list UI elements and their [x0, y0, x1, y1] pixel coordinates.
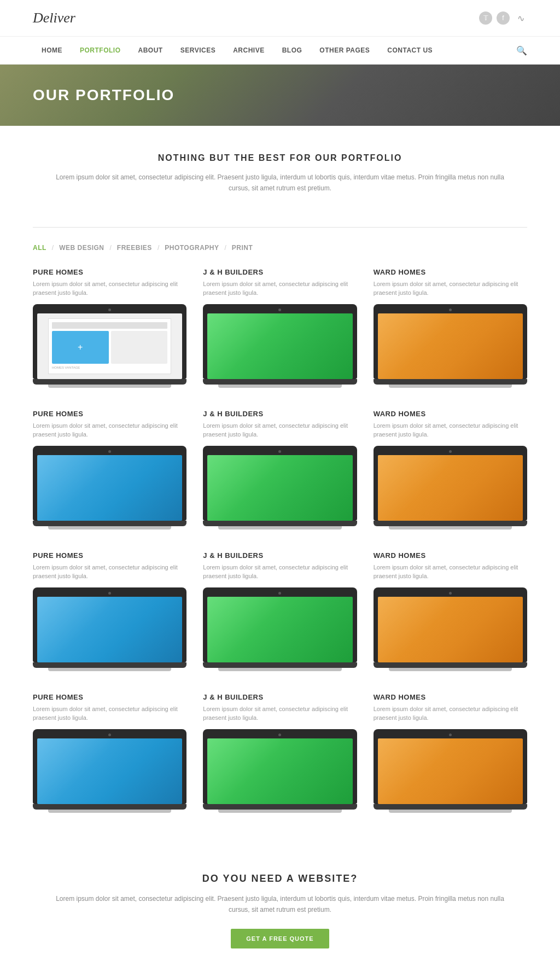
portfolio-intro-desc: Lorem ipsum dolor sit amet, consectetur …: [55, 172, 505, 194]
portfolio-intro: NOTHING BUT THE BEST FOR OUR PORTFOLIO L…: [0, 126, 560, 211]
item-title: WARD HOMES: [374, 268, 527, 276]
item-desc: Lorem ipsum dolor sit amet, consectetur …: [374, 280, 527, 298]
laptop-base: [389, 526, 512, 529]
laptop-mockup[interactable]: [203, 587, 357, 671]
laptop-bottom: [374, 662, 527, 668]
item-title: J & H BUILDERS: [203, 693, 357, 701]
laptop-bottom: [33, 804, 186, 810]
laptop-bottom: [203, 521, 357, 526]
camera-dot: [278, 450, 281, 453]
item-desc: Lorem ipsum dolor sit amet, consectetur …: [33, 280, 186, 298]
laptop-base: [389, 810, 512, 813]
laptop-bottom: [203, 662, 357, 668]
laptop-mockup[interactable]: + HOMES VANTAGE: [33, 304, 186, 388]
portfolio-row: PURE HOMES Lorem ipsum dolor sit amet, c…: [33, 693, 527, 813]
filter-photography[interactable]: PHOTOGRAPHY: [165, 244, 219, 252]
laptop-screen: [378, 455, 523, 521]
camera-dot: [278, 309, 281, 311]
laptop-mockup[interactable]: [203, 304, 357, 388]
portfolio-grid: PURE HOMES Lorem ipsum dolor sit amet, c…: [0, 263, 560, 840]
item-title: J & H BUILDERS: [203, 551, 357, 560]
item-title: J & H BUILDERS: [203, 268, 357, 276]
item-title: J & H BUILDERS: [203, 410, 357, 418]
twitter-icon[interactable]: 𝕋: [479, 11, 492, 25]
nav-blog[interactable]: BLOG: [273, 37, 311, 64]
item-title: PURE HOMES: [33, 410, 186, 418]
item-title: PURE HOMES: [33, 551, 186, 560]
list-item: WARD HOMES Lorem ipsum dolor sit amet, c…: [374, 693, 527, 813]
item-desc: Lorem ipsum dolor sit amet, consectetur …: [374, 705, 527, 723]
laptop-base: [48, 810, 171, 813]
cta-section: DO YOU NEED A WEBSITE? Lorem ipsum dolor…: [0, 840, 560, 972]
laptop-mockup[interactable]: [203, 446, 357, 529]
cta-button[interactable]: GET A FREE QUOTE: [231, 929, 329, 948]
laptop-screen: [207, 738, 352, 804]
item-desc: Lorem ipsum dolor sit amet, consectetur …: [203, 280, 357, 298]
laptop-base: [48, 668, 171, 671]
laptop-base: [218, 526, 341, 529]
item-desc: Lorem ipsum dolor sit amet, consectetur …: [33, 705, 186, 723]
facebook-icon[interactable]: f: [497, 11, 510, 25]
divider: [33, 227, 527, 228]
laptop-screen: [207, 455, 352, 521]
nav-other-pages[interactable]: OTHER PAGES: [311, 37, 378, 64]
list-item: J & H BUILDERS Lorem ipsum dolor sit ame…: [203, 693, 357, 813]
item-title: PURE HOMES: [33, 268, 186, 276]
laptop-mockup[interactable]: [374, 446, 527, 529]
item-title: WARD HOMES: [374, 693, 527, 701]
site-logo: Deliver: [33, 10, 75, 26]
item-title: WARD HOMES: [374, 410, 527, 418]
camera-dot: [278, 592, 281, 595]
item-desc: Lorem ipsum dolor sit amet, consectetur …: [33, 421, 186, 439]
filter-webdesign[interactable]: WEB DESIGN: [59, 244, 104, 252]
search-icon[interactable]: 🔍: [516, 45, 527, 56]
item-desc: Lorem ipsum dolor sit amet, consectetur …: [203, 705, 357, 723]
laptop-bottom: [374, 379, 527, 385]
nav-about[interactable]: ABOUT: [130, 37, 172, 64]
cta-title: DO YOU NEED A WEBSITE?: [55, 873, 505, 884]
laptop-screen: [37, 738, 182, 804]
site-header: Deliver 𝕋 f ∿: [0, 0, 560, 37]
camera-dot: [449, 592, 452, 595]
nav-portfolio[interactable]: PORTFOLIO: [71, 37, 130, 64]
laptop-mockup[interactable]: [33, 587, 186, 671]
laptop-mockup[interactable]: [203, 729, 357, 813]
nav-services[interactable]: SERVICES: [172, 37, 224, 64]
laptop-screen: [378, 313, 523, 379]
laptop-screen: + HOMES VANTAGE: [37, 313, 182, 379]
laptop-screen: [378, 738, 523, 804]
laptop-bottom: [374, 804, 527, 810]
camera-dot: [108, 734, 111, 736]
main-nav: HOME PORTFOLIO ABOUT SERVICES ARCHIVE BL…: [0, 37, 560, 65]
portfolio-intro-title: NOTHING BUT THE BEST FOR OUR PORTFOLIO: [55, 153, 505, 163]
camera-dot: [108, 592, 111, 595]
filter-print[interactable]: PRINT: [232, 244, 253, 252]
list-item: J & H BUILDERS Lorem ipsum dolor sit ame…: [203, 268, 357, 388]
laptop-base: [48, 526, 171, 529]
nav-contact[interactable]: CONTACT US: [378, 37, 441, 64]
rss-icon[interactable]: ∿: [514, 11, 527, 25]
list-item: PURE HOMES Lorem ipsum dolor sit amet, c…: [33, 410, 186, 529]
laptop-bottom: [33, 662, 186, 668]
item-title: WARD HOMES: [374, 551, 527, 560]
portfolio-filter: ALL / WEB DESIGN / FREEBIES / PHOTOGRAPH…: [0, 244, 560, 263]
camera-dot: [449, 734, 452, 736]
filter-freebies[interactable]: FREEBIES: [117, 244, 152, 252]
list-item: WARD HOMES Lorem ipsum dolor sit amet, c…: [374, 410, 527, 529]
laptop-mockup[interactable]: [374, 587, 527, 671]
header-social-icons: 𝕋 f ∿: [479, 11, 527, 25]
laptop-mockup[interactable]: [374, 729, 527, 813]
portfolio-row: PURE HOMES Lorem ipsum dolor sit amet, c…: [33, 410, 527, 529]
item-desc: Lorem ipsum dolor sit amet, consectetur …: [203, 421, 357, 439]
laptop-mockup[interactable]: [33, 446, 186, 529]
portfolio-row: PURE HOMES Lorem ipsum dolor sit amet, c…: [33, 268, 527, 388]
nav-links: HOME PORTFOLIO ABOUT SERVICES ARCHIVE BL…: [33, 37, 441, 64]
filter-all[interactable]: ALL: [33, 244, 46, 252]
laptop-mockup[interactable]: [33, 729, 186, 813]
nav-home[interactable]: HOME: [33, 37, 71, 64]
nav-archive[interactable]: ARCHIVE: [224, 37, 273, 64]
item-desc: Lorem ipsum dolor sit amet, consectetur …: [374, 421, 527, 439]
laptop-mockup[interactable]: [374, 304, 527, 388]
camera-dot: [278, 734, 281, 736]
laptop-screen: [37, 455, 182, 521]
